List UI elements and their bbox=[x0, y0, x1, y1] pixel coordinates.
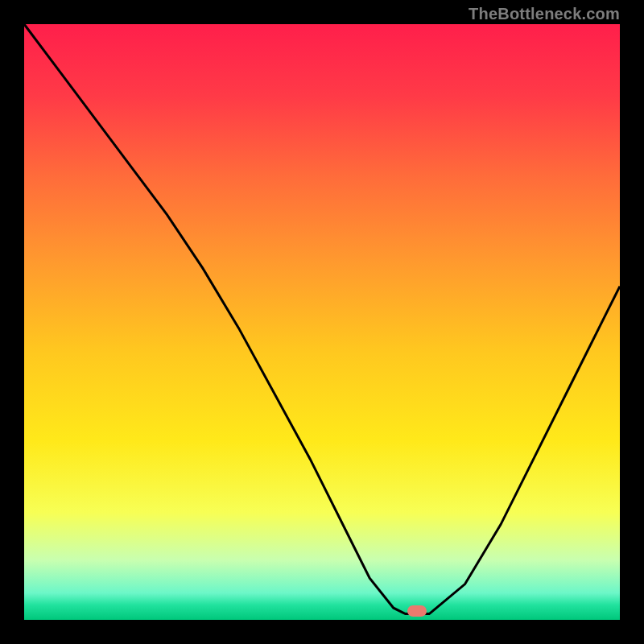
watermark-text: TheBottleneck.com bbox=[469, 5, 620, 23]
plot-area bbox=[24, 24, 620, 620]
curve-path bbox=[24, 24, 620, 614]
chart-stage: TheBottleneck.com bbox=[0, 0, 644, 644]
optimal-point-marker bbox=[407, 605, 427, 617]
bottleneck-curve bbox=[24, 24, 620, 620]
